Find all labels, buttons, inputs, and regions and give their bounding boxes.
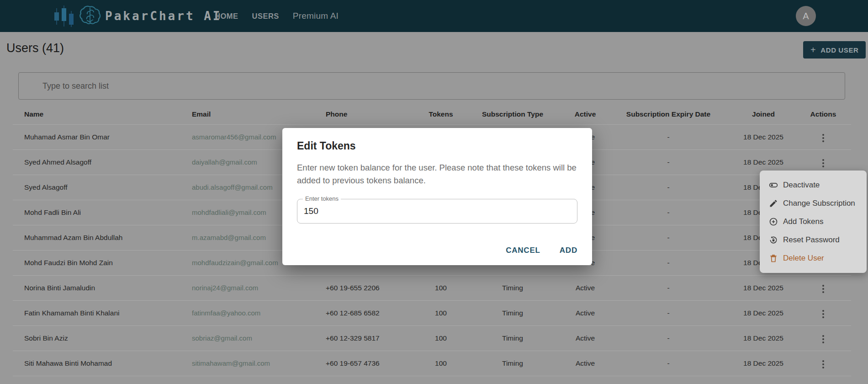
menu-item-delete-user[interactable]: Delete User bbox=[760, 249, 867, 267]
add-button[interactable]: ADD bbox=[560, 246, 577, 255]
cell-active: Active bbox=[565, 351, 605, 376]
brain-icon bbox=[79, 5, 101, 27]
dialog-title: Edit Tokens bbox=[297, 140, 577, 152]
header-active: Active bbox=[565, 104, 605, 124]
row-actions-kebab-icon[interactable] bbox=[820, 282, 827, 296]
cell-name: Mohd Faudzi Bin Mohd Zain bbox=[13, 250, 180, 275]
menu-item-reset-password[interactable]: Reset Password bbox=[760, 231, 867, 249]
header-email: Email bbox=[180, 104, 313, 124]
menu-item-label: Reset Password bbox=[783, 235, 840, 245]
cell-joined: 18 Dec 2025 bbox=[731, 351, 795, 376]
cell-name: Fatin Khamamah Binti Khalani bbox=[13, 300, 180, 325]
cell-email[interactable]: fatinmfaa@yahoo.com bbox=[180, 300, 313, 325]
cell-subscription-type: Timing bbox=[460, 325, 565, 351]
cell-joined: 18 Dec 2025 bbox=[731, 300, 795, 325]
cell-name: Mohd Fadli Bin Ali bbox=[13, 200, 180, 225]
cell-phone: +60 12-685 6582 bbox=[313, 300, 422, 325]
cell-actions bbox=[795, 300, 851, 325]
cell-joined: 18 Dec 2025 bbox=[731, 124, 795, 149]
cell-subscription-expiry: - bbox=[605, 300, 731, 325]
header-subscription-type: Subscription Type bbox=[460, 104, 565, 124]
plus-circle-icon bbox=[769, 217, 778, 226]
header-tokens: Tokens bbox=[422, 104, 460, 124]
cell-tokens: 100 bbox=[422, 300, 460, 325]
cell-name: Syed Ahmed Alsagoff bbox=[13, 149, 180, 175]
header-joined: Joined bbox=[731, 104, 795, 124]
trash-icon bbox=[769, 254, 778, 263]
cell-email[interactable]: sobriaz@gmail.com bbox=[180, 325, 313, 351]
cell-name: Syed Alsagoff bbox=[13, 175, 180, 200]
menu-item-label: Deactivate bbox=[783, 181, 820, 190]
cell-subscription-expiry: - bbox=[605, 275, 731, 300]
header-actions: Actions bbox=[795, 104, 851, 124]
plus-icon: + bbox=[810, 45, 816, 55]
cell-name: Siti Mahawa Binti Mohamad bbox=[13, 351, 180, 376]
reset-password-icon bbox=[769, 235, 778, 245]
row-actions-kebab-icon[interactable] bbox=[820, 307, 827, 321]
cell-actions bbox=[795, 275, 851, 300]
header-subscription-expiry: Subscription Expiry Date bbox=[605, 104, 731, 124]
cell-name: Sobri Bin Aziz bbox=[13, 325, 180, 351]
cell-tokens: 100 bbox=[422, 275, 460, 300]
menu-item-change-subscription[interactable]: Change Subscription bbox=[760, 194, 867, 213]
cell-phone: +60 19-657 4736 bbox=[313, 351, 422, 376]
cell-name: Norina Binti Jamaludin bbox=[13, 275, 180, 300]
table-row: Sobri Bin Aziz sobriaz@gmail.com +60 12-… bbox=[13, 325, 851, 351]
cell-email[interactable]: sitimahawam@gmail.com bbox=[180, 351, 313, 376]
nav-link-home[interactable]: HOME bbox=[215, 12, 238, 21]
cell-subscription-expiry: - bbox=[605, 149, 731, 175]
cell-name: Muhamad Asmar Bin Omar bbox=[13, 124, 180, 149]
row-actions-kebab-icon[interactable] bbox=[820, 131, 827, 145]
avatar[interactable]: A bbox=[796, 6, 816, 26]
nav-link-premium-ai[interactable]: Premium AI bbox=[293, 11, 339, 21]
cancel-button[interactable]: CANCEL bbox=[506, 246, 540, 255]
cell-subscription-expiry: - bbox=[605, 325, 731, 351]
menu-item-label: Delete User bbox=[783, 254, 824, 263]
cell-subscription-expiry: - bbox=[605, 225, 731, 250]
add-user-button[interactable]: + ADD USER bbox=[803, 41, 866, 59]
row-actions-kebab-icon[interactable] bbox=[820, 357, 827, 371]
menu-item-add-tokens[interactable]: Add Tokens bbox=[760, 213, 867, 231]
add-user-label: ADD USER bbox=[820, 46, 858, 54]
menu-item-label: Add Tokens bbox=[783, 217, 824, 226]
menu-item-label: Change Subscription bbox=[783, 199, 855, 208]
nav-link-users[interactable]: USERS bbox=[252, 12, 279, 21]
cell-actions bbox=[795, 325, 851, 351]
cell-subscription-type: Timing bbox=[460, 275, 565, 300]
cell-email[interactable]: norinaj24@gmail.com bbox=[180, 275, 313, 300]
candlestick-chart-icon bbox=[53, 5, 77, 27]
edit-tokens-dialog: Edit Tokens Enter new token balance for … bbox=[282, 128, 592, 265]
dialog-actions: CANCEL ADD bbox=[506, 246, 577, 255]
cell-active: Active bbox=[565, 325, 605, 351]
cell-subscription-expiry: - bbox=[605, 124, 731, 149]
cell-active: Active bbox=[565, 275, 605, 300]
row-actions-kebab-icon[interactable] bbox=[820, 332, 827, 346]
cell-subscription-type: Timing bbox=[460, 351, 565, 376]
avatar-letter: A bbox=[803, 11, 809, 21]
row-actions-kebab-icon[interactable] bbox=[820, 156, 827, 170]
search-input[interactable] bbox=[18, 72, 845, 100]
menu-item-deactivate[interactable]: Deactivate bbox=[760, 176, 867, 194]
cell-joined: 18 Dec 2025 bbox=[731, 275, 795, 300]
header-name: Name bbox=[13, 104, 180, 124]
tokens-input[interactable] bbox=[297, 199, 577, 223]
cell-subscription-expiry: - bbox=[605, 175, 731, 200]
header-phone: Phone bbox=[313, 104, 422, 124]
table-header-row: Name Email Phone Tokens Subscription Typ… bbox=[13, 104, 851, 124]
app-logo bbox=[53, 5, 101, 27]
cell-phone: +60 19-655 2206 bbox=[313, 275, 422, 300]
tokens-field: Enter tokens bbox=[297, 199, 577, 224]
cell-subscription-expiry: - bbox=[605, 250, 731, 275]
cell-subscription-expiry: - bbox=[605, 351, 731, 376]
nav-links: HOME USERS Premium AI bbox=[215, 0, 339, 32]
dialog-body-text: Enter new token balance for the user. Pl… bbox=[297, 161, 577, 187]
table-row: Siti Mahawa Binti Mohamad sitimahawam@gm… bbox=[13, 351, 851, 376]
cell-tokens: 100 bbox=[422, 351, 460, 376]
cell-active: Active bbox=[565, 300, 605, 325]
row-actions-menu: Deactivate Change Subscription Add Token… bbox=[760, 171, 867, 273]
cell-actions bbox=[795, 124, 851, 149]
toggle-off-icon bbox=[769, 181, 778, 190]
cell-tokens: 100 bbox=[422, 325, 460, 351]
table-row: Norina Binti Jamaludin norinaj24@gmail.c… bbox=[13, 275, 851, 300]
cell-joined: 18 Dec 2025 bbox=[731, 325, 795, 351]
